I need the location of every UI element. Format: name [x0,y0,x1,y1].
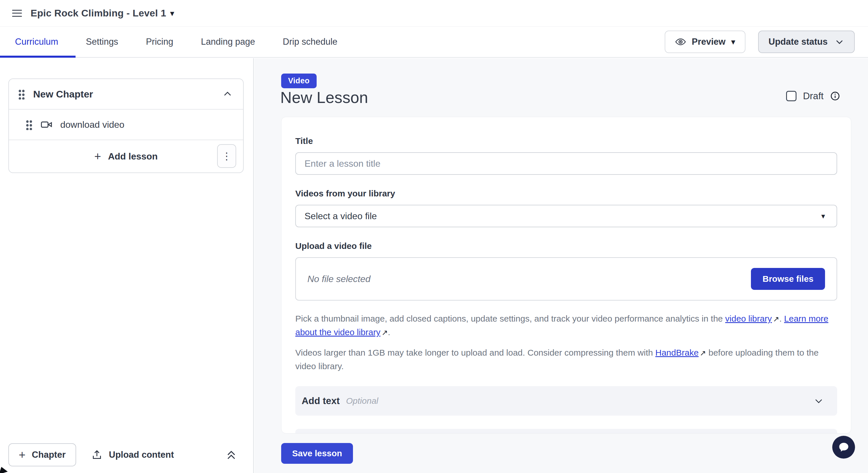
upload-content-label: Upload content [109,450,174,460]
add-lesson-button[interactable]: + Add lesson [94,151,158,162]
add-lesson-label: Add lesson [108,151,157,162]
handbrake-link[interactable]: HandBrake [655,348,699,357]
caret-down-icon: ▾ [731,38,735,45]
help-text: Videos larger than 1GB may take longer t… [295,348,655,357]
draft-label: Draft [803,91,824,101]
caret-down-icon: ▾ [821,212,825,221]
active-tab-underline [0,56,75,58]
course-title-dropdown[interactable]: Epic Rock Climbing - Level 1 ▾ [31,7,174,19]
lesson-heading: New Lesson [280,88,368,107]
lesson-title: download video [60,119,124,130]
nav-actions: Preview ▾ Update status [665,31,855,53]
update-status-button[interactable]: Update status [758,31,855,53]
add-text-label: Add text [302,396,340,406]
chevron-up-icon[interactable] [222,89,233,99]
browse-files-button[interactable]: Browse files [751,268,825,290]
preview-label: Preview [692,37,725,47]
update-status-label: Update status [769,37,828,47]
video-library-help-text: Pick a thumbnail image, add closed capti… [295,312,837,339]
double-chevron-up-icon [225,448,237,461]
help-text: . [779,314,784,323]
help-text: Pick a thumbnail image, add closed capti… [295,314,725,323]
add-downloads-section[interactable]: Add downloads Optional [295,429,837,434]
chevron-down-icon [813,396,824,406]
chat-widget-button[interactable] [832,436,855,459]
selected-video-value: Select a video file [305,211,377,221]
preview-button[interactable]: Preview ▾ [665,31,745,53]
lesson-form-card: Title Videos from your library Select a … [281,117,851,434]
no-file-text: No file selected [307,274,371,284]
chat-bubble-icon [838,441,850,453]
eye-icon [675,36,686,47]
curriculum-sidebar: New Chapter download video + Add lesson … [0,58,254,473]
video-library-label: Videos from your library [295,189,837,198]
add-text-section[interactable]: Add text Optional [295,386,837,416]
drag-handle-icon[interactable] [25,119,32,130]
kebab-icon: ⋮ [222,150,231,162]
tab-drip-schedule[interactable]: Drip schedule [283,37,338,47]
course-nav: Curriculum Settings Pricing Landing page… [0,27,868,58]
lesson-type-badge: Video [281,73,317,88]
chapter-card: New Chapter download video + Add lesson … [8,78,244,173]
draft-checkbox[interactable] [786,91,797,101]
title-field-label: Title [295,136,837,146]
optional-hint: Optional [346,396,378,406]
upload-dropzone[interactable]: No file selected Browse files [295,257,837,301]
external-link-icon: ↗ [699,349,706,357]
help-text: . [388,327,390,337]
upload-icon [91,449,103,461]
tab-landing-page[interactable]: Landing page [201,37,255,47]
upload-content-button[interactable]: Upload content [91,449,174,461]
tab-pricing[interactable]: Pricing [146,37,173,47]
caret-down-icon: ▾ [170,9,174,17]
add-lesson-row: + Add lesson ⋮ [9,140,243,172]
chevron-down-icon [835,37,844,47]
external-link-icon: ↗ [772,315,779,323]
compression-help-text: Videos larger than 1GB may take longer t… [295,346,837,373]
chapter-header[interactable]: New Chapter [9,79,243,109]
chapter-title: New Chapter [33,89,222,100]
chapter-button-label: Chapter [32,450,65,460]
drag-handle-icon[interactable] [18,89,25,99]
tab-settings[interactable]: Settings [86,37,118,47]
save-lesson-button[interactable]: Save lesson [281,443,353,464]
lesson-editor-panel: Video New Lesson Draft Title Videos from… [254,58,868,473]
chapter-options-button[interactable]: ⋮ [217,144,236,168]
course-title: Epic Rock Climbing - Level 1 [31,7,166,19]
collapse-all-button[interactable] [225,448,237,461]
hamburger-menu-icon[interactable] [12,10,22,17]
video-file-select[interactable]: Select a video file ▾ [295,205,837,227]
lesson-row[interactable]: download video [9,109,243,140]
video-camera-icon [40,118,53,131]
upload-video-label: Upload a video file [295,241,837,251]
tab-list: Curriculum Settings Pricing Landing page… [0,37,337,47]
video-library-link[interactable]: video library [725,314,772,323]
tab-curriculum[interactable]: Curriculum [15,37,58,47]
info-icon[interactable] [830,91,840,101]
sidebar-footer: + Chapter Upload content [0,442,253,467]
external-link-icon: ↗ [380,328,388,337]
lesson-title-input[interactable] [295,152,837,175]
plus-icon: + [94,151,101,162]
top-bar: Epic Rock Climbing - Level 1 ▾ [0,0,868,27]
add-chapter-button[interactable]: + Chapter [8,443,76,466]
plus-icon: + [19,449,25,461]
draft-toggle: Draft [786,91,840,101]
